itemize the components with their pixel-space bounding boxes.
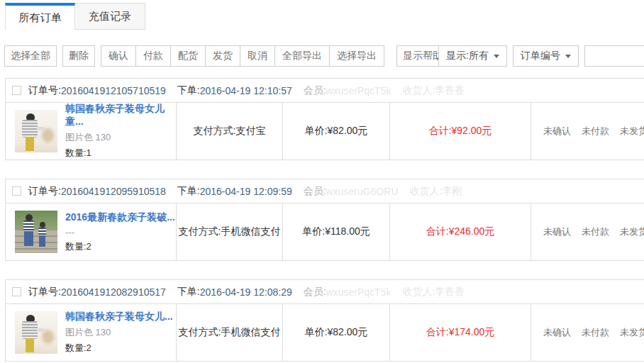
product-color: ---: [65, 227, 175, 238]
toolbar-right: 显示:所有 订单编号: [438, 45, 644, 67]
display-filter-label: 显示:所有: [446, 50, 489, 62]
tab-all-orders[interactable]: 所有订单: [5, 3, 75, 30]
member-value: wxuserPqcT5k: [326, 85, 392, 96]
order-checkbox[interactable]: [12, 86, 21, 95]
order-header: 订单号:2016041912105710519 下单:2016-04-19 12…: [6, 79, 644, 103]
status-cell: 未确认 未付款 未发货: [531, 103, 644, 160]
action-button-group: 确认 付款 配货 发货 取消 全部导出 选择导出: [101, 45, 384, 67]
order-no-value: 2016041912095910518: [61, 186, 166, 197]
tab-recharge-records-label: 充值记录: [89, 10, 131, 23]
order-time-value: 2016-04-19 12:08:29: [200, 286, 292, 298]
order-block: 订单号:2016041912082910517 下单:2016-04-19 12…: [5, 279, 644, 362]
payment-method: 支付方式:支付宝: [176, 103, 282, 160]
delete-button[interactable]: 删除: [62, 45, 95, 67]
pay-button[interactable]: 付款: [136, 46, 171, 66]
order-no-value: 2016041912082910517: [61, 286, 166, 298]
order-row: 韩国春秋亲子装母女儿童... 图片色 130 数量:1 支付方式:支付宝 单价:…: [6, 103, 644, 160]
order-header: 订单号:2016041912082910517 下单:2016-04-19 12…: [6, 280, 644, 304]
product-cell: 韩国春秋亲子装母女儿童... 图片色 130 数量:1: [6, 103, 176, 160]
export-selected-button[interactable]: 选择导出: [330, 46, 384, 66]
status-unpaid: 未付款: [582, 125, 609, 138]
member-label: 会员:: [304, 286, 326, 298]
order-no-label: 订单号:: [28, 286, 61, 298]
order-total: 合计:¥92.00元: [389, 103, 531, 160]
member-value: wxuserPqcT5k: [326, 286, 392, 298]
order-row: 韩国春秋亲子装母女儿... 图片色 130 数量:2 支付方式:手机微信支付 单…: [6, 304, 644, 361]
product-thumbnail[interactable]: [15, 311, 57, 354]
allocate-button[interactable]: 配货: [171, 46, 206, 66]
tab-bar: 所有订单 充值记录: [0, 0, 644, 30]
status-unconfirmed: 未确认: [543, 326, 571, 339]
status-unconfirmed: 未确认: [543, 225, 571, 238]
payment-method: 支付方式:手机微信支付: [176, 304, 282, 361]
order-time-value: 2016-04-19 12:09:59: [200, 186, 292, 197]
member-value: wxuseruG6ORU: [326, 186, 399, 197]
unit-price: 单价:¥82.00元: [282, 304, 389, 361]
thumbnail-art-shape: [22, 120, 38, 138]
thumbnail-art-shape: [38, 228, 46, 235]
product-thumbnail[interactable]: [15, 211, 57, 253]
export-all-button[interactable]: 全部导出: [275, 46, 330, 66]
order-total: 合计:¥246.00元: [389, 203, 531, 260]
thumbnail-art-shape: [24, 231, 33, 246]
order-time-label: 下单:: [177, 185, 200, 198]
order-row: 2016最新春款亲子装破... --- 数量:2 支付方式:手机微信支付 单价:…: [6, 203, 644, 260]
thumbnail-art-shape: [39, 235, 45, 247]
order-checkbox[interactable]: [12, 287, 21, 296]
payment-method: 支付方式:手机微信支付: [176, 203, 282, 260]
caret-down-icon: [494, 55, 499, 58]
product-title-link[interactable]: 韩国春秋亲子装母女儿...: [65, 311, 173, 323]
ship-button[interactable]: 发货: [206, 46, 240, 66]
search-field-dropdown[interactable]: 订单编号: [513, 45, 579, 67]
recipient-value: 收货人:李香香: [402, 286, 465, 298]
thumbnail-art-shape: [40, 222, 45, 228]
product-title-link[interactable]: 2016最新春款亲子装破...: [65, 211, 175, 224]
display-filter-dropdown[interactable]: 显示:所有: [438, 45, 507, 67]
confirm-button[interactable]: 确认: [101, 46, 136, 66]
unit-price: 单价:¥118.00元: [282, 203, 389, 260]
unit-price: 单价:¥82.00元: [282, 103, 389, 160]
order-search-input[interactable]: [584, 45, 644, 67]
thumbnail-art-shape: [23, 220, 34, 231]
thumbnail-art-shape: [26, 137, 34, 151]
toolbar: 选择全部 删除 确认 付款 配货 发货 取消 全部导出 选择导出 显示帮助 显示…: [4, 45, 644, 67]
cancel-button[interactable]: 取消: [240, 46, 275, 66]
thumbnail-art-shape: [37, 328, 45, 332]
product-thumbnail[interactable]: [15, 110, 57, 152]
select-all-button[interactable]: 选择全部: [4, 45, 57, 67]
order-management-page: 所有订单 充值记录 选择全部 删除 确认 付款 配货 发货 取消 全部导出 选择…: [0, 0, 644, 363]
search-field-label: 订单编号: [521, 50, 560, 62]
product-cell: 2016最新春款亲子装破... --- 数量:2: [6, 203, 176, 260]
order-checkbox[interactable]: [12, 186, 21, 196]
status-unpaid: 未付款: [582, 225, 609, 238]
order-time-label: 下单:: [177, 84, 200, 97]
tab-all-orders-label: 所有订单: [19, 11, 62, 25]
status-unshipped: 未发货: [620, 125, 644, 138]
order-time-value: 2016-04-19 12:10:57: [200, 85, 292, 96]
member-label: 会员:: [304, 185, 326, 198]
status-cell: 未确认 未付款 未发货: [531, 203, 644, 260]
product-color: 图片色 130: [65, 131, 176, 144]
status-unshipped: 未发货: [620, 326, 644, 339]
product-info: 2016最新春款亲子装破... --- 数量:2: [65, 211, 175, 253]
thumbnail-art-shape: [15, 230, 57, 253]
product-info: 韩国春秋亲子装母女儿童... 图片色 130 数量:1: [65, 103, 176, 160]
recipient-value: 收货人:李刚: [410, 185, 462, 198]
order-time-label: 下单:: [177, 286, 200, 298]
product-cell: 韩国春秋亲子装母女儿... 图片色 130 数量:2: [6, 304, 176, 361]
caret-down-icon: [565, 55, 571, 58]
status-unshipped: 未发货: [620, 225, 644, 238]
status-unpaid: 未付款: [582, 326, 609, 339]
product-quantity: 数量:2: [65, 342, 173, 354]
order-list: 订单号:2016041912105710519 下单:2016-04-19 12…: [0, 78, 644, 362]
order-block: 订单号:2016041912105710519 下单:2016-04-19 12…: [5, 78, 644, 160]
order-header: 订单号:2016041912095910518 下单:2016-04-19 12…: [6, 179, 644, 203]
product-color: 图片色 130: [65, 326, 173, 339]
thumbnail-art-shape: [37, 127, 45, 130]
thumbnail-art-shape: [42, 128, 54, 143]
order-block: 订单号:2016041912095910518 下单:2016-04-19 12…: [5, 179, 644, 261]
tab-recharge-records[interactable]: 充值记录: [75, 3, 145, 30]
status-unconfirmed: 未确认: [543, 125, 571, 138]
product-title-link[interactable]: 韩国春秋亲子装母女儿童...: [65, 103, 176, 128]
status-cell: 未确认 未付款 未发货: [531, 304, 644, 361]
